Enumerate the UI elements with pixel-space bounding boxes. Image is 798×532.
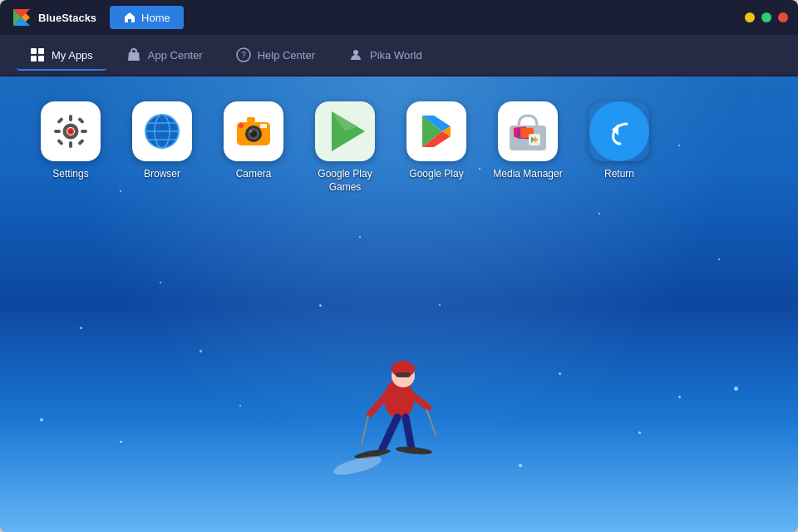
- media-icon-wrapper: [498, 101, 558, 161]
- svg-rect-16: [81, 130, 87, 133]
- svg-rect-5: [38, 48, 44, 54]
- svg-text:?: ?: [241, 51, 246, 60]
- svg-line-58: [411, 395, 428, 407]
- svg-rect-20: [77, 139, 84, 145]
- nav-item-my-apps[interactable]: My Apps: [17, 41, 106, 71]
- svg-rect-4: [31, 48, 37, 54]
- grid-icon: [30, 47, 45, 62]
- app-browser[interactable]: Browser: [125, 101, 200, 194]
- gplay-icon: [406, 101, 466, 161]
- gpg-icon-wrapper: [315, 101, 375, 161]
- settings-label: Settings: [52, 168, 88, 181]
- settings-icon-wrapper: [41, 101, 101, 161]
- app-media-manager[interactable]: Media Manager: [490, 101, 565, 194]
- app-return[interactable]: Return: [582, 101, 657, 194]
- home-tab-label: Home: [141, 12, 170, 24]
- svg-rect-14: [69, 141, 72, 148]
- app-settings[interactable]: Settings: [33, 101, 108, 194]
- camera-icon: [224, 101, 283, 161]
- maximize-button[interactable]: [761, 12, 771, 22]
- svg-rect-6: [31, 56, 37, 62]
- app-google-play[interactable]: Google Play: [399, 101, 474, 194]
- svg-rect-17: [57, 117, 63, 124]
- svg-point-34: [250, 131, 253, 133]
- return-icon: [589, 101, 649, 161]
- svg-rect-18: [77, 117, 84, 124]
- media-icon: [498, 101, 558, 161]
- svg-point-23: [69, 130, 72, 133]
- title-bar: BlueStacks Home: [0, 0, 798, 35]
- browser-label: Browser: [144, 168, 180, 181]
- camera-icon-wrapper: [224, 101, 283, 161]
- nav-label-pika-world: Pika World: [370, 49, 422, 62]
- svg-line-61: [382, 417, 397, 449]
- camera-label: Camera: [236, 168, 272, 181]
- nav-item-pika-world[interactable]: Pika World: [335, 41, 436, 69]
- bluestacks-logo-icon: [10, 6, 33, 29]
- svg-line-59: [362, 416, 368, 445]
- nav-item-help-center[interactable]: ? Help Center: [223, 41, 328, 69]
- main-content: Settings: [0, 76, 798, 532]
- gpg-icon: [315, 101, 375, 161]
- nav-label-help-center: Help Center: [258, 49, 315, 62]
- svg-line-62: [406, 417, 411, 449]
- gpg-label: Google Play Games: [308, 168, 382, 194]
- browser-icon: [132, 101, 192, 161]
- home-tab[interactable]: Home: [110, 6, 184, 29]
- svg-rect-15: [54, 130, 61, 133]
- question-icon: ?: [236, 47, 251, 62]
- svg-line-57: [370, 395, 387, 414]
- app-camera[interactable]: Camera: [216, 101, 291, 194]
- media-label: Media Manager: [493, 168, 562, 181]
- close-button[interactable]: [778, 12, 788, 22]
- svg-line-60: [426, 409, 436, 436]
- gplay-icon-wrapper: [406, 101, 466, 161]
- skier-image: [274, 299, 524, 532]
- main-window: BlueStacks Home: [0, 0, 798, 532]
- home-icon: [123, 11, 136, 24]
- browser-icon-wrapper: [132, 101, 192, 161]
- svg-rect-56: [396, 372, 411, 377]
- nav-item-app-center[interactable]: App Center: [113, 41, 216, 69]
- window-controls: [745, 12, 788, 22]
- svg-point-10: [353, 50, 358, 55]
- bag-icon: [126, 47, 141, 62]
- person-icon: [348, 47, 363, 62]
- svg-point-37: [239, 123, 244, 128]
- logo-text: BlueStacks: [38, 12, 96, 24]
- return-icon-wrapper: [589, 101, 649, 161]
- svg-rect-19: [57, 139, 63, 145]
- nav-bar: My Apps App Center ? Help Center: [0, 35, 798, 76]
- bluestacks-logo: BlueStacks: [10, 6, 96, 29]
- return-label: Return: [604, 168, 634, 181]
- svg-rect-35: [247, 117, 255, 122]
- nav-label-app-center: App Center: [148, 49, 203, 62]
- svg-rect-7: [38, 56, 44, 62]
- apps-section: Settings: [0, 93, 798, 202]
- minimize-button[interactable]: [745, 12, 755, 22]
- svg-rect-13: [69, 115, 72, 121]
- apps-grid: Settings: [33, 101, 765, 194]
- gplay-label: Google Play: [409, 168, 463, 181]
- svg-rect-36: [260, 124, 267, 128]
- settings-icon: [41, 101, 101, 161]
- app-google-play-games[interactable]: Google Play Games: [308, 101, 382, 194]
- nav-label-my-apps: My Apps: [52, 49, 93, 62]
